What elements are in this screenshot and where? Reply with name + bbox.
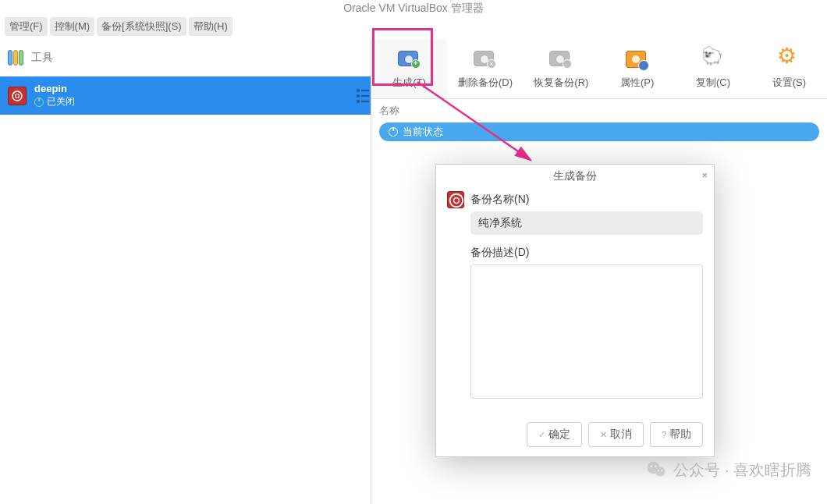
toolbar-delete-button[interactable]: × 删除备份(D) [447,39,523,98]
watermark: 公众号 · 喜欢瞎折腾 [645,459,811,481]
snapshot-name-label: 备份名称(N) [470,193,529,207]
toolbar: 生成(T) × 删除备份(D) 恢复备份(R) 属性(P) 复制(C) 设置(S… [371,39,827,98]
camera-delete-icon: × [474,51,494,66]
help-button[interactable]: ?帮助 [650,422,703,447]
properties-icon [626,51,646,68]
ok-button[interactable]: ✓确定 [527,422,582,447]
svg-point-8 [662,470,663,471]
tools-row[interactable]: 工具 [0,39,371,76]
vm-name: deepin [34,83,75,94]
clone-icon [701,51,722,66]
camera-restore-icon [549,51,570,66]
gear-icon [777,48,797,68]
tools-label: 工具 [31,51,53,65]
cancel-button[interactable]: ✕取消 [588,422,644,447]
close-icon[interactable]: × [701,169,708,181]
toolbar-restore-button[interactable]: 恢复备份(R) [524,39,599,98]
left-panel: 工具 deepin 已关闭 [0,39,371,504]
menu-backup[interactable]: 备份[系统快照](S) [97,17,186,36]
svg-point-7 [658,470,659,471]
wechat-icon [645,459,667,481]
snapshot-current-state[interactable]: 当前状态 [379,122,819,141]
vm-os-icon [447,191,464,208]
snapshot-header: 名称 [371,98,827,122]
vm-list-item[interactable]: deepin 已关闭 [0,76,371,115]
power-icon [34,98,44,107]
power-icon [389,127,398,137]
menu-manage[interactable]: 管理(F) [5,17,48,36]
vm-os-icon [8,87,27,105]
svg-point-5 [651,465,652,467]
svg-point-4 [655,467,665,477]
camera-plus-icon [398,51,418,66]
toolbar-settings-button[interactable]: 设置(S) [751,39,827,98]
snapshot-desc-input[interactable] [470,264,703,399]
toolbar-create-button[interactable]: 生成(T) [371,39,447,98]
svg-point-6 [655,465,656,467]
snapshot-desc-label: 备份描述(D) [470,246,703,260]
snapshot-name-input[interactable] [470,211,703,235]
window-title: Oracle VM VirtualBox 管理器 [0,0,827,14]
tools-icon [8,50,23,66]
svg-point-0 [16,94,20,98]
toolbar-properties-button[interactable]: 属性(P) [599,39,675,98]
menu-bar: 管理(F) 控制(M) 备份[系统快照](S) 帮助(H) [0,14,827,39]
create-snapshot-dialog: 生成备份 × 备份名称(N) 备份描述(D) ✓确定 ✕取消 ?帮助 [435,164,715,457]
menu-help[interactable]: 帮助(H) [189,17,232,36]
toolbar-clone-button[interactable]: 复制(C) [675,39,751,98]
dialog-title: 生成备份 × [436,165,714,188]
svg-point-2 [454,198,460,204]
vm-menu-icon[interactable] [357,89,360,103]
vm-status: 已关闭 [34,95,75,108]
menu-control[interactable]: 控制(M) [50,17,95,36]
